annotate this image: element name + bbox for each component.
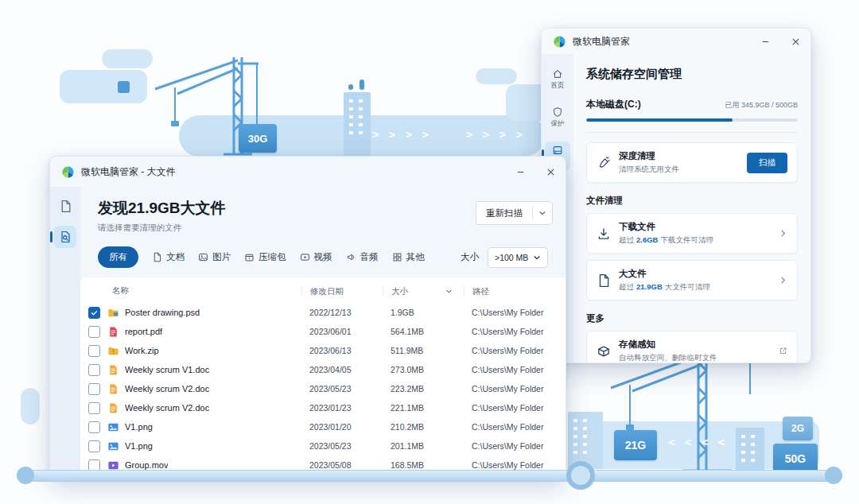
filter-label: 其他 [406, 251, 425, 263]
column-size[interactable]: 大小 [383, 285, 464, 297]
file-row[interactable]: Poster drawing.psd 2022/12/13 1.9GB C:\U… [85, 303, 558, 322]
file-name: Weekly scrum V1.doc [125, 365, 209, 374]
external-link-icon [779, 347, 787, 355]
document-icon [152, 252, 162, 262]
file-icon-png [107, 421, 119, 433]
filter-tab-videos[interactable]: 视频 [300, 251, 332, 263]
file-path: C:\Users\My Folder [464, 422, 558, 432]
file-date: 2023/01/20 [301, 422, 383, 432]
nav-item-protection[interactable]: 保护 [545, 103, 570, 132]
archive-icon [244, 252, 255, 262]
storage-sense-card[interactable]: 存储感知 自动释放空间、删除临时文件 [586, 331, 798, 363]
file-size: 201.1MB [383, 441, 464, 451]
file-row[interactable]: V1.png 2023/01/20 210.2MB C:\Users\My Fo… [85, 417, 558, 436]
antenna-square [348, 84, 353, 90]
file-date: 2023/01/23 [301, 403, 383, 413]
card-desc: 超过2.6GB下载文件可清理 [619, 235, 771, 246]
file-icon-doc [107, 402, 119, 414]
file-table: 名称 修改日期 大小 路径 Poster drawing.psd 2022/12… [80, 277, 566, 476]
file-date: 2023/05/23 [301, 441, 383, 451]
close-button[interactable] [780, 29, 810, 54]
row-checkbox[interactable] [88, 383, 100, 395]
sidebar-item-file-scan[interactable] [54, 226, 76, 248]
download-files-card[interactable]: 下载文件 超过2.6GB下载文件可清理 [586, 213, 798, 254]
box-icon [597, 344, 611, 359]
file-row[interactable]: Weekly scrum V2.doc 2023/05/23 223.2MB C… [85, 379, 558, 398]
row-checkbox[interactable] [88, 364, 100, 376]
file-size: 223.2MB [383, 384, 464, 394]
file-icon-png [107, 440, 119, 452]
row-checkbox[interactable] [88, 421, 100, 433]
video-icon [300, 252, 310, 262]
nav-item-home[interactable]: 首页 [545, 65, 570, 94]
chevron-right-icon [779, 229, 787, 238]
file-icon-doc [107, 364, 119, 376]
deco-block [21, 388, 40, 425]
file-name: Weekly scrum V2.doc [125, 384, 209, 394]
file-row[interactable]: Weekly scrum V2.doc 2023/01/23 221.1MB C… [85, 398, 558, 417]
minimize-icon [761, 37, 770, 46]
scan-button[interactable]: 扫描 [747, 153, 787, 173]
antenna-square [360, 79, 364, 90]
row-checkbox-checked[interactable] [88, 307, 100, 319]
brush-icon [597, 156, 611, 170]
row-checkbox[interactable] [88, 326, 100, 338]
home-icon [552, 68, 563, 79]
pc-manager-logo-icon [553, 35, 566, 48]
row-checkbox[interactable] [88, 440, 100, 452]
rescan-split-button[interactable]: 重新扫描 [476, 201, 553, 225]
file-icon-zip [107, 345, 119, 357]
desktop: 30G 21G 2G 50G > > > > > > > > < < < < 微… [0, 0, 859, 504]
file-name: Weekly scrum V2.doc [125, 403, 209, 413]
file-date: 2023/04/05 [301, 365, 383, 374]
minimize-button[interactable] [750, 29, 780, 54]
crate-30g: 30G [239, 124, 277, 153]
desc-prefix: 超过 [619, 235, 634, 244]
filter-bar: 所有 文档 图片 压缩包 视频 [80, 238, 566, 277]
file-icon-psd [107, 307, 119, 319]
check-icon [91, 309, 98, 316]
size-filter-value: >100 MB [495, 253, 528, 262]
filter-tab-all[interactable]: 所有 [98, 246, 138, 268]
file-path: C:\Users\My Folder [464, 365, 558, 374]
arrows-left: < < < < [668, 436, 726, 448]
sort-chevron-icon [445, 288, 453, 295]
row-checkbox[interactable] [88, 402, 100, 414]
filter-tab-docs[interactable]: 文档 [152, 251, 185, 263]
grid-icon [392, 252, 402, 262]
column-date: 修改日期 [301, 285, 383, 297]
minimize-button[interactable] [505, 157, 535, 187]
large-files-card[interactable]: 大文件 超过21.9GB大文件可清理 [586, 260, 798, 300]
file-row[interactable]: Work.zip 2023/06/13 511.9MB C:\Users\My … [85, 341, 558, 360]
deep-clean-subtitle: 清理系统无用文件 [619, 165, 739, 175]
pc-manager-window: 微软电脑管家 首页 保护 储存 [541, 28, 811, 363]
card-title: 下载文件 [619, 221, 771, 233]
file-row[interactable]: report.pdf 2023/06/01 564.1MB C:\Users\M… [85, 322, 558, 341]
filter-tab-images[interactable]: 图片 [198, 251, 231, 263]
filter-tab-others[interactable]: 其他 [392, 251, 425, 263]
size-filter-label: 大小 [461, 251, 479, 263]
section-more: 更多 [586, 312, 798, 324]
crate-2g: 2G [783, 417, 813, 440]
desc-prefix: 超过 [619, 282, 634, 291]
rescan-dropdown[interactable] [533, 209, 552, 217]
close-button[interactable] [535, 157, 566, 187]
file-path: C:\Users\My Folder [464, 460, 558, 470]
filter-tab-audio[interactable]: 音频 [346, 251, 379, 263]
close-icon [791, 37, 800, 46]
disk-usage-bar [586, 118, 798, 122]
sidebar-item-document[interactable] [59, 200, 72, 213]
file-row[interactable]: Weekly scrum V1.doc 2023/04/05 273.0MB C… [85, 360, 558, 379]
cloud-shape [476, 68, 517, 84]
size-filter-select[interactable]: >100 MB [488, 247, 548, 268]
filter-tab-archives[interactable]: 压缩包 [244, 251, 286, 263]
nav-label: 保护 [551, 119, 565, 129]
file-path: C:\Users\My Folder [464, 384, 558, 394]
file-scan-icon [59, 231, 72, 243]
file-row[interactable]: V1.png 2023/05/23 201.1MB C:\Users\My Fo… [85, 436, 558, 456]
chevron-down-icon [533, 254, 541, 262]
row-checkbox[interactable] [88, 345, 100, 357]
deep-clean-title: 深度清理 [619, 150, 739, 162]
file-size: 1.9GB [383, 308, 464, 317]
card-title: 存储感知 [619, 339, 771, 351]
